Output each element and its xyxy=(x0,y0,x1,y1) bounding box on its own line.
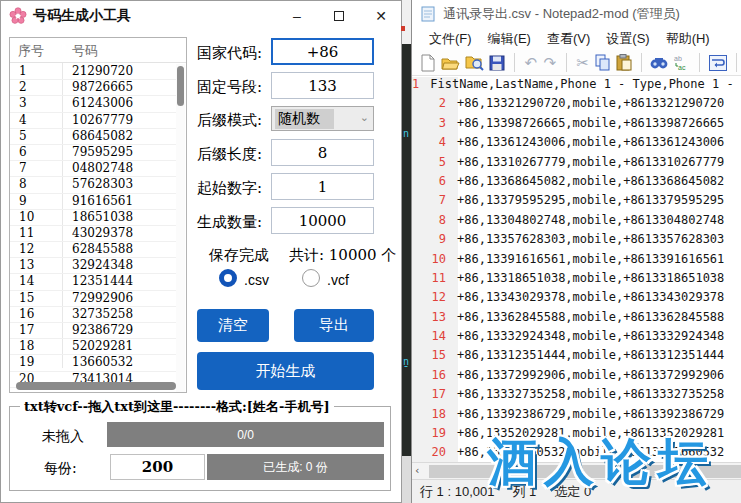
start-generate-button[interactable]: 开始生成 xyxy=(197,352,374,390)
toolbar-separator xyxy=(514,53,515,72)
list-item[interactable]: 361243006 xyxy=(10,96,177,112)
browse-file-icon[interactable] xyxy=(465,53,484,72)
editor-line[interactable]: 18+86,13392386729,mobile,+8613392386729 xyxy=(412,407,741,426)
list-item-number: 10267779 xyxy=(62,113,177,128)
editor-line[interactable]: 11+86,13318651038,mobile,+8613318651038 xyxy=(412,271,741,290)
list-item-number: 04802748 xyxy=(62,161,177,176)
scroll-left-arrow-icon[interactable]: ‹ xyxy=(415,464,419,477)
generated-text: 已生成: 0 份 xyxy=(263,459,328,476)
menu-item[interactable]: 设置(S) xyxy=(598,28,657,50)
list-item-number: 91616561 xyxy=(62,194,177,209)
suffix-length-input[interactable] xyxy=(271,139,374,166)
export-button[interactable]: 导出 xyxy=(294,309,374,342)
toolbar-separator xyxy=(566,53,567,72)
vcf-radio-label[interactable]: .vcf xyxy=(327,272,349,288)
list-item[interactable]: 1792386729 xyxy=(10,323,177,339)
editor-line[interactable]: 3+86,13398726665,mobile,+8613398726665 xyxy=(412,116,741,135)
editor-line[interactable]: 1FistName,LastName,Phone 1 - Type,Phone … xyxy=(412,77,741,96)
editor-line[interactable]: 14+86,13332924348,mobile,+8613332924348 xyxy=(412,329,741,348)
menu-item[interactable]: 编辑(E) xyxy=(480,28,539,50)
maximize-button[interactable] xyxy=(325,4,353,28)
menu-item[interactable]: 文件(F) xyxy=(421,28,480,50)
start-digit-input[interactable] xyxy=(271,173,374,200)
strip-glyph-top: n xyxy=(403,128,409,139)
per-file-input[interactable] xyxy=(110,454,205,480)
list-item[interactable]: 1018651038 xyxy=(10,210,177,226)
list-item[interactable]: 704802748 xyxy=(10,161,177,177)
listview-horizontal-scroll-thumb[interactable] xyxy=(16,382,176,390)
editor-text-area[interactable]: 1FistName,LastName,Phone 1 - Type,Phone … xyxy=(412,77,741,462)
gen-count-label: 生成数量: xyxy=(197,213,262,232)
svg-text:ab: ab xyxy=(674,55,682,62)
list-item[interactable]: 568645082 xyxy=(10,129,177,145)
open-file-icon[interactable] xyxy=(441,53,460,72)
list-item[interactable]: 1572992906 xyxy=(10,291,177,307)
notepad-titlebar[interactable]: 通讯录导出.csv - Notepad2-mod (管理员) xyxy=(412,0,741,28)
list-item[interactable]: 1143029378 xyxy=(10,226,177,242)
editor-line[interactable]: 13+86,13362845588,mobile,+8613362845588 xyxy=(412,310,741,329)
gen-count-input[interactable] xyxy=(271,207,374,234)
list-item[interactable]: 679595295 xyxy=(10,145,177,161)
number-listview[interactable]: 序号 号码 1212907202987266653612430064102677… xyxy=(9,37,187,393)
menu-item[interactable]: 帮助(H) xyxy=(658,28,718,50)
list-item-index: 19 xyxy=(10,355,62,370)
list-item[interactable]: 1852029281 xyxy=(10,339,177,355)
editor-line[interactable]: 9+86,13357628303,mobile,+8613357628303 xyxy=(412,232,741,251)
paste-icon[interactable] xyxy=(616,53,632,72)
editor-line[interactable]: 4+86,13361243006,mobile,+8613361243006 xyxy=(412,135,741,154)
line-number: 7 xyxy=(412,193,452,212)
find-icon[interactable] xyxy=(650,53,668,72)
svg-text:ac: ac xyxy=(678,64,686,71)
close-button[interactable]: ✕ xyxy=(367,4,395,28)
editor-line[interactable]: 5+86,13310267779,mobile,+8613310267779 xyxy=(412,155,741,174)
list-item[interactable]: 298726665 xyxy=(10,80,177,96)
word-wrap-icon[interactable] xyxy=(709,53,727,72)
copy-icon[interactable] xyxy=(595,53,611,72)
line-text: +86,13321290720,mobile,+8613321290720 xyxy=(452,96,724,115)
clear-button[interactable]: 清空 xyxy=(197,309,269,342)
chevron-down-icon[interactable]: ⌄ xyxy=(360,111,369,124)
list-item[interactable]: 121290720 xyxy=(10,64,177,80)
list-item[interactable]: 1632735258 xyxy=(10,307,177,323)
vertical-scroll-thumb[interactable] xyxy=(177,66,184,106)
fixed-segment-label: 固定号段: xyxy=(197,78,262,97)
editor-line[interactable]: 17+86,13332735258,mobile,+8613332735258 xyxy=(412,387,741,406)
suffix-mode-combobox[interactable]: 随机数 ⌄ xyxy=(271,106,374,131)
country-code-label: 国家代码: xyxy=(197,44,262,63)
cut-icon[interactable]: ✂ xyxy=(576,53,590,72)
fixed-segment-input[interactable] xyxy=(271,72,374,99)
editor-line[interactable]: 10+86,13391616561,mobile,+8613391616561 xyxy=(412,252,741,271)
list-item[interactable]: 1412351444 xyxy=(10,274,177,290)
replace-icon[interactable]: abac xyxy=(673,53,690,72)
editor-line[interactable]: 15+86,13312351444,mobile,+8613312351444 xyxy=(412,348,741,367)
redo-icon[interactable]: ↷ xyxy=(543,53,557,72)
screen: 号码生成小工具 – ✕ 序号 号码 1212907202987266653612… xyxy=(0,0,741,503)
list-item[interactable]: 857628303 xyxy=(10,177,177,193)
editor-line[interactable]: 7+86,13379595295,mobile,+8613379595295 xyxy=(412,193,741,212)
left-titlebar[interactable]: 号码生成小工具 – ✕ xyxy=(1,1,401,31)
col-header-number[interactable]: 号码 xyxy=(62,38,186,62)
list-item[interactable]: 410267779 xyxy=(10,113,177,129)
menu-item[interactable]: 查看(V) xyxy=(539,28,598,50)
editor-line[interactable]: 2+86,13321290720,mobile,+8613321290720 xyxy=(412,96,741,115)
save-file-icon[interactable] xyxy=(489,53,505,72)
editor-line[interactable]: 8+86,13304802748,mobile,+8613304802748 xyxy=(412,213,741,232)
save-status-text: 保存完成 xyxy=(209,246,269,265)
list-item[interactable]: 1332924348 xyxy=(10,258,177,274)
list-item[interactable]: 1913660532 xyxy=(10,355,177,371)
editor-line[interactable]: 12+86,13343029378,mobile,+8613343029378 xyxy=(412,290,741,309)
vcf-radio[interactable] xyxy=(302,269,320,287)
csv-radio-label[interactable]: .csv xyxy=(244,272,269,288)
editor-line[interactable]: 16+86,13372992906,mobile,+8613372992906 xyxy=(412,368,741,387)
col-header-index[interactable]: 序号 xyxy=(10,38,62,62)
country-code-input[interactable] xyxy=(271,38,374,65)
undo-icon[interactable]: ↶ xyxy=(524,53,538,72)
background-red-fragment xyxy=(401,26,405,31)
new-file-icon[interactable] xyxy=(420,53,436,72)
list-item[interactable]: 1262845588 xyxy=(10,242,177,258)
list-item[interactable]: 991616561 xyxy=(10,194,177,210)
listview-vertical-scrollbar[interactable] xyxy=(176,64,185,393)
csv-radio[interactable] xyxy=(219,269,237,287)
minimize-button[interactable]: – xyxy=(283,4,311,28)
editor-line[interactable]: 6+86,13368645082,mobile,+8613368645082 xyxy=(412,174,741,193)
